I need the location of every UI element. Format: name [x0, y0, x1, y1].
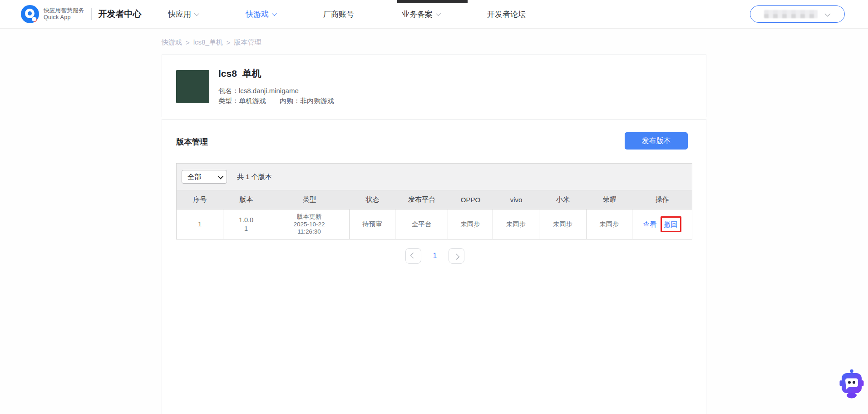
logo-dot	[33, 18, 37, 22]
cell-index: 1	[177, 209, 223, 239]
app-info-card: lcs8_单机 包名：lcs8.danji.minigame 类型：单机游戏内购…	[162, 55, 706, 117]
version-count-text: 共 1 个版本	[237, 173, 272, 181]
col-header-status: 状态	[350, 195, 395, 204]
status-filter-select[interactable]: 全部	[182, 170, 227, 184]
col-header-version: 版本	[223, 195, 269, 204]
iap-label: 内购：	[280, 97, 300, 105]
main-nav: 快应用 快游戏 厂商账号 业务备案 开发者论坛	[168, 0, 526, 28]
col-header-actions: 操作	[632, 195, 692, 204]
nav-item-vendor-account[interactable]: 厂商账号	[323, 9, 354, 20]
nav-item-developer-forum[interactable]: 开发者论坛	[487, 9, 526, 20]
col-header-type: 类型	[269, 195, 350, 204]
quickapp-logo-icon	[21, 5, 39, 23]
cell-vivo-sync: 未同步	[493, 209, 539, 239]
cell-actions: 查看 撤回	[632, 209, 692, 239]
table-header-row: 序号 版本 类型 状态 发布平台 OPPO vivo 小米 荣耀 操作	[177, 190, 692, 209]
chatbot-launcher-icon[interactable]	[839, 368, 864, 401]
breadcrumb: 快游戏 > lcs8_单机 > 版本管理	[162, 38, 261, 47]
iap-value: 非内购游戏	[300, 97, 334, 105]
package-value: lcs8.danji.minigame	[239, 87, 299, 95]
next-page-button[interactable]	[449, 248, 464, 264]
col-header-honor: 荣耀	[587, 195, 632, 204]
app-type-line: 类型：单机游戏内购：非内购游戏	[218, 96, 334, 106]
logo-group: 快应用智慧服务 Quick App 开发者中心	[21, 0, 142, 28]
table-row: 1 1.0.0 1 版本更新 2025-10-22 11:26:30 待预审 全…	[177, 209, 692, 239]
brand-text: 快应用智慧服务 Quick App	[44, 7, 84, 21]
page-number[interactable]: 1	[421, 252, 449, 260]
breadcrumb-quickgame[interactable]: 快游戏	[162, 38, 182, 47]
section-title: 版本管理	[176, 136, 208, 147]
version-management-card: 版本管理 发布版本 全部 共 1 个版本 序号 版本 类型 状态 发布平台 OP…	[162, 119, 706, 414]
nav-item-quickapp[interactable]: 快应用	[168, 9, 198, 20]
chevron-down-icon	[436, 11, 441, 16]
account-menu[interactable]	[750, 5, 845, 23]
top-header-bar: 快应用智慧服务 Quick App 开发者中心 快应用 快游戏 厂商账号 业务备…	[0, 0, 868, 29]
col-header-oppo: OPPO	[448, 196, 493, 204]
account-name-redacted	[764, 10, 818, 18]
divider	[91, 8, 92, 20]
app-package-line: 包名：lcs8.danji.minigame	[218, 86, 334, 96]
app-info: lcs8_单机 包名：lcs8.danji.minigame 类型：单机游戏内购…	[218, 67, 334, 106]
col-header-platform: 发布平台	[395, 195, 448, 204]
cell-type: 版本更新 2025-10-22 11:26:30	[269, 209, 350, 239]
app-title: lcs8_单机	[218, 67, 334, 80]
filter-bar: 全部 共 1 个版本	[177, 164, 692, 190]
withdraw-link[interactable]: 撤回	[664, 220, 678, 229]
cell-version: 1.0.0 1	[223, 209, 269, 239]
withdraw-highlight-box: 撤回	[661, 216, 681, 232]
publish-version-button[interactable]: 发布版本	[625, 132, 688, 150]
brand-line1: 快应用智慧服务	[44, 7, 84, 14]
version-table: 全部 共 1 个版本 序号 版本 类型 状态 发布平台 OPPO vivo 小米…	[176, 163, 692, 239]
package-label: 包名：	[218, 87, 239, 95]
breadcrumb-separator: >	[227, 39, 231, 46]
breadcrumb-separator: >	[186, 39, 190, 46]
col-header-xiaomi: 小米	[539, 195, 587, 204]
logo-dot	[28, 11, 32, 15]
cell-honor-sync: 未同步	[587, 209, 632, 239]
portal-title: 开发者中心	[99, 8, 142, 20]
cell-xiaomi-sync: 未同步	[539, 209, 587, 239]
cell-oppo-sync: 未同步	[448, 209, 493, 239]
breadcrumb-app[interactable]: lcs8_单机	[193, 38, 223, 47]
pagination: 1	[405, 248, 464, 264]
chevron-left-icon	[410, 252, 416, 258]
chevron-down-icon	[218, 173, 224, 179]
chevron-right-icon	[454, 254, 459, 259]
breadcrumb-current: 版本管理	[234, 38, 261, 47]
cell-status: 待预审	[350, 209, 395, 239]
cell-platform: 全平台	[395, 209, 448, 239]
type-label: 类型：	[218, 97, 239, 105]
chevron-down-icon	[194, 11, 199, 16]
chevron-down-icon	[272, 11, 277, 16]
nav-item-business-filing[interactable]: 业务备案	[402, 9, 439, 20]
nav-item-quickgame[interactable]: 快游戏	[246, 9, 276, 20]
brand-line2: Quick App	[44, 14, 84, 21]
col-header-index: 序号	[177, 195, 223, 204]
view-link[interactable]: 查看	[643, 220, 657, 229]
prev-page-button[interactable]	[405, 248, 421, 264]
type-value: 单机游戏	[239, 97, 266, 105]
col-header-vivo: vivo	[493, 196, 539, 204]
selected-option: 全部	[187, 173, 201, 181]
page: 快应用智慧服务 Quick App 开发者中心 快应用 快游戏 厂商账号 业务备…	[0, 0, 868, 414]
app-icon	[176, 70, 209, 103]
chevron-down-icon	[825, 10, 831, 16]
